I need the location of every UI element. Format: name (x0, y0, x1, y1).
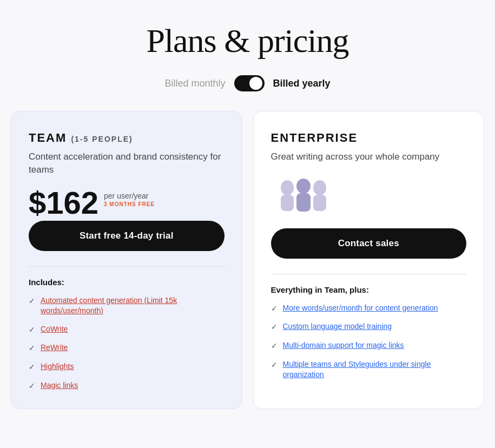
plan-card-team: TEAM (1-5 PEOPLE) Content acceleration a… (11, 111, 242, 409)
plan-description-enterprise: Great writing across your whole company (271, 150, 467, 163)
feature-text: More words/user/month for content genera… (283, 303, 438, 314)
svg-point-4 (313, 180, 326, 195)
feature-text: Multiple teams and Styleguides under sin… (283, 359, 467, 380)
list-item: ✓ Automated content generation (Limit 15… (29, 295, 225, 317)
list-item: ✓ Magic links (29, 380, 225, 392)
divider-team (29, 266, 225, 267)
billing-toggle-row: Billed monthly Billed yearly (164, 75, 330, 91)
check-icon: ✓ (29, 343, 35, 354)
svg-rect-1 (281, 195, 294, 211)
plan-description-team: Content acceleration and brand consisten… (29, 150, 225, 176)
check-icon: ✓ (29, 362, 35, 373)
feature-text: Automated content generation (Limit 15k … (41, 295, 225, 317)
svg-rect-3 (296, 193, 311, 212)
price-promo-team: 3 MONTHS FREE (104, 201, 155, 207)
feature-text: Magic links (41, 380, 78, 391)
list-item: ✓ Custom language model training (271, 321, 467, 333)
list-item: ✓ Highlights (29, 361, 225, 373)
billing-monthly-label: Billed monthly (164, 78, 225, 89)
enterprise-includes-label: Everything in Team, plus: (271, 285, 467, 294)
svg-point-0 (281, 180, 294, 195)
team-cta-button[interactable]: Start free 14-day trial (29, 221, 225, 251)
price-amount-team: $162 (29, 187, 98, 219)
feature-text: Custom language model training (283, 321, 392, 332)
check-icon: ✓ (29, 325, 35, 335)
feature-text: Highlights (41, 361, 74, 372)
enterprise-illustration (271, 174, 325, 218)
list-item: ✓ CoWrite (29, 324, 225, 335)
billing-yearly-label: Billed yearly (273, 78, 331, 89)
plan-name-enterprise: ENTERPRISE (271, 131, 467, 145)
check-icon: ✓ (271, 360, 278, 371)
svg-point-2 (296, 179, 311, 194)
divider-enterprise (271, 274, 467, 274)
price-row-team: $162 per user/year 3 MONTHS FREE (29, 187, 225, 219)
check-icon: ✓ (29, 381, 35, 392)
price-per-team: per user/year (104, 192, 155, 200)
list-item: ✓ More words/user/month for content gene… (271, 303, 467, 314)
plans-container: TEAM (1-5 PEOPLE) Content acceleration a… (11, 111, 484, 409)
check-icon: ✓ (271, 341, 278, 352)
list-item: ✓ ReWrite (29, 342, 225, 354)
list-item: ✓ Multiple teams and Styleguides under s… (271, 359, 467, 380)
svg-rect-5 (313, 195, 326, 211)
plan-card-enterprise: ENTERPRISE Great writing across your who… (253, 111, 485, 409)
price-details-team: per user/year 3 MONTHS FREE (104, 187, 155, 207)
feature-text: ReWrite (41, 342, 68, 353)
list-item: ✓ Multi-domain support for magic links (271, 340, 467, 352)
toggle-knob (249, 77, 262, 90)
enterprise-cta-button[interactable]: Contact sales (271, 228, 467, 259)
check-icon: ✓ (29, 296, 35, 307)
check-icon: ✓ (271, 322, 278, 333)
enterprise-features-list: ✓ More words/user/month for content gene… (271, 303, 467, 380)
team-includes-label: Includes: (29, 278, 225, 287)
feature-text: Multi-domain support for magic links (283, 340, 404, 351)
feature-text: CoWrite (41, 324, 68, 335)
page-title: Plans & pricing (146, 22, 348, 60)
plan-name-team: TEAM (1-5 PEOPLE) (29, 131, 225, 145)
check-icon: ✓ (271, 304, 278, 314)
billing-toggle[interactable] (234, 75, 265, 91)
team-features-list: ✓ Automated content generation (Limit 15… (29, 295, 225, 392)
